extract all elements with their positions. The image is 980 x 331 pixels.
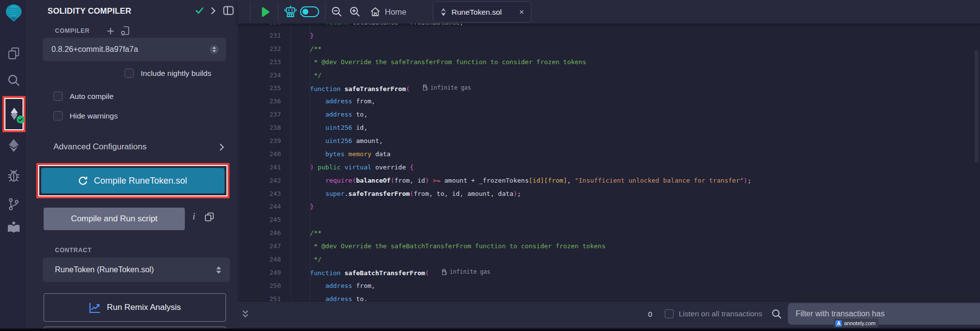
solidity-compiler-icon[interactable]	[7, 106, 22, 122]
code-line: 232 /**	[238, 42, 980, 55]
home-tab[interactable]: Home	[370, 0, 406, 24]
chevron-right-icon[interactable]	[211, 7, 216, 15]
line-number: 231	[238, 32, 281, 39]
activity-bar	[0, 0, 27, 331]
code-line: 237 address to,	[238, 108, 980, 121]
tab-runetoken-sol[interactable]: RuneToken.sol ×	[433, 1, 531, 23]
code-line: 234 */	[238, 69, 980, 82]
code-line: 243 super.safeTransferFrom(from, to, id,…	[238, 187, 980, 200]
line-number: 237	[238, 111, 281, 118]
contract-stepper-icon	[216, 266, 221, 274]
copy-icon[interactable]	[204, 212, 214, 222]
hide-warnings-label: Hide warnings	[70, 112, 118, 120]
zoom-out-icon[interactable]	[331, 0, 343, 24]
terminal-search-icon[interactable]	[771, 308, 782, 319]
terminal-collapse-icon[interactable]	[242, 310, 249, 318]
code-line: 245	[238, 213, 980, 226]
page-title: SOLIDITY COMPILER	[48, 6, 131, 16]
search-icon[interactable]	[0, 73, 27, 87]
watermark-label: annotely.com	[844, 320, 876, 326]
pin-panel-icon[interactable]	[223, 6, 234, 15]
run-remix-analysis-button[interactable]: Run Remix Analysis	[44, 293, 226, 322]
line-number: 247	[238, 242, 281, 250]
bottom-edge-strip	[0, 329, 980, 331]
line-number: 249	[238, 269, 281, 276]
compiler-section-label: COMPILER	[55, 27, 90, 34]
compile-button-label: Compile RuneToken.sol	[94, 176, 187, 186]
version-stepper-icon	[209, 45, 219, 54]
code-editor[interactable]: 230 return totalBalance - frozenBalance;…	[238, 24, 980, 301]
compiler-version-select[interactable]: 0.8.26+commit.8a97fa7a	[43, 38, 226, 61]
zoom-in-icon[interactable]	[349, 0, 361, 24]
line-number: 232	[238, 45, 281, 52]
include-nightly-checkbox[interactable]	[125, 69, 134, 78]
annotely-logo: A	[835, 320, 842, 327]
code-line: 246 /**	[238, 226, 980, 239]
line-number: 250	[238, 282, 281, 289]
deploy-run-icon[interactable]	[0, 139, 27, 152]
chevron-right-icon	[220, 143, 224, 151]
debugger-icon[interactable]	[0, 169, 27, 183]
annotation-box-compiler-icon	[2, 96, 25, 132]
git-icon[interactable]	[0, 197, 27, 211]
auto-compile-label: Auto compile	[70, 92, 114, 101]
editor-scrollbar[interactable]	[975, 50, 979, 163]
contract-select-value: RuneToken (RuneToken.sol)	[55, 265, 154, 274]
line-number: 248	[238, 256, 281, 263]
run-remix-analysis-label: Run Remix Analysis	[107, 303, 181, 312]
code-line: 247 * @dev Override the safeBatchTransfe…	[238, 239, 980, 253]
line-number: 236	[238, 97, 281, 105]
add-compiler-icon[interactable]	[107, 27, 114, 35]
remix-logo[interactable]	[0, 4, 27, 23]
run-script-play-button[interactable]	[261, 0, 270, 24]
contract-section-label: CONTRACT	[55, 247, 92, 254]
side-panel-solidity-compiler: SOLIDITY COMPILER COMPILER 0.8.26+commit…	[28, 0, 238, 331]
listen-all-transactions-checkbox[interactable]	[665, 309, 674, 318]
line-number: 251	[238, 295, 281, 301]
code-line: 230 return totalBalance - frozenBalance;	[238, 24, 980, 29]
gas-estimate-annotation: infinite gas	[442, 268, 490, 275]
code-line: 248 */	[238, 253, 980, 266]
line-number: 240	[238, 150, 281, 158]
file-explorer-icon[interactable]	[0, 47, 27, 60]
close-tab-icon[interactable]: ×	[519, 8, 524, 16]
code-line: 244 }	[238, 200, 980, 213]
gas-icon	[423, 84, 428, 91]
code-line: 241 ) public virtual override {	[238, 161, 980, 174]
line-number: 233	[238, 58, 281, 66]
solidity-file-icon	[440, 8, 447, 16]
ai-copilot-toggle[interactable]	[300, 0, 319, 24]
include-nightly-label: Include nightly builds	[141, 69, 211, 78]
line-number: 238	[238, 124, 281, 131]
ai-copilot-robot-icon[interactable]	[284, 0, 297, 24]
compile-success-check-icon	[196, 7, 203, 14]
listen-all-transactions-label: Listen on all transactions	[678, 309, 762, 318]
line-number: 245	[238, 216, 281, 223]
info-icon[interactable]: i	[193, 212, 195, 222]
advanced-configurations-toggle[interactable]: Advanced Configurations	[53, 142, 224, 152]
gas-icon	[442, 269, 447, 275]
code-line: 240 bytes memory data	[238, 147, 980, 161]
license-icon[interactable]	[121, 26, 130, 36]
editor-toolbar: Home	[238, 0, 980, 24]
compile-and-run-script-button[interactable]: Compile and Run script	[44, 208, 185, 230]
compile-button[interactable]: Compile RuneToken.sol	[41, 168, 225, 193]
tab-label: RuneToken.sol	[452, 8, 514, 17]
hide-warnings-checkbox[interactable]	[53, 111, 63, 120]
code-line: 242 require(balanceOf(from, id) >= amoun…	[238, 174, 980, 187]
line-number: 239	[238, 137, 281, 144]
gas-estimate-annotation: infinite gas	[423, 84, 471, 91]
learneth-icon[interactable]	[0, 221, 27, 234]
code-line: 250 address from,	[238, 279, 980, 292]
code-line: 251 address to,	[238, 292, 980, 301]
code-line: 239 uint256 amount,	[238, 134, 980, 147]
compiler-version-value: 0.8.26+commit.8a97fa7a	[51, 45, 138, 54]
auto-compile-checkbox[interactable]	[53, 92, 63, 101]
code-line: 238 uint256 id,	[238, 121, 980, 134]
line-number: 235	[238, 84, 281, 92]
filter-transactions-input[interactable]	[788, 303, 980, 325]
contract-select[interactable]: RuneToken (RuneToken.sol)	[43, 258, 230, 282]
chart-line-icon	[89, 302, 101, 313]
line-number: 246	[238, 229, 281, 236]
line-number: 230	[238, 24, 281, 26]
